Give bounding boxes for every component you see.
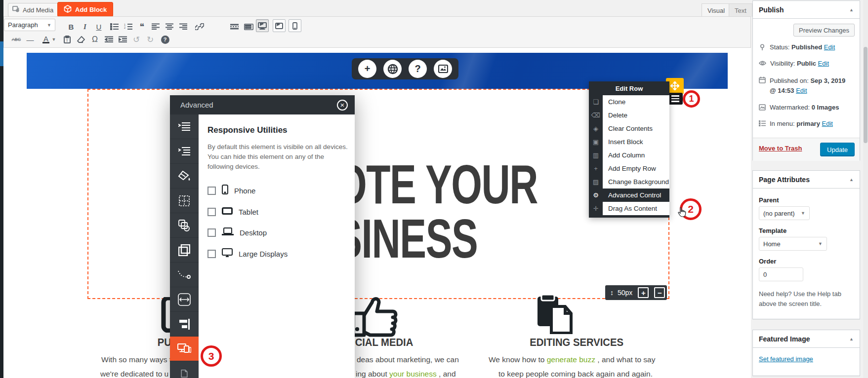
sidebar-item-paint-bucket-icon[interactable] — [170, 164, 199, 189]
clear-formatting-icon[interactable] — [75, 33, 87, 46]
row-hamburger-menu-button[interactable] — [668, 93, 683, 105]
align-left-icon[interactable] — [149, 20, 162, 33]
image-tool-button[interactable] — [434, 60, 452, 78]
collapse-icon[interactable]: ▲ — [849, 7, 854, 12]
tablet-checkbox[interactable] — [207, 208, 216, 216]
add-block-button[interactable]: Add Block — [57, 2, 113, 17]
text-color-caret[interactable]: ▼ — [50, 33, 57, 46]
globe-button[interactable] — [383, 60, 402, 78]
text-color-a: A — [42, 36, 49, 43]
parent-select[interactable]: (no parent)▼ — [759, 206, 810, 220]
admin-menu-strip[interactable] — [0, 0, 3, 378]
preview-changes-button[interactable]: Preview Changes — [793, 24, 855, 37]
template-select[interactable]: Home▼ — [759, 237, 827, 251]
numbered-list-icon[interactable]: 12 — [122, 20, 134, 33]
phone-checkbox[interactable] — [207, 187, 216, 195]
align-right-icon[interactable] — [177, 20, 190, 33]
modal-header[interactable]: Advanced × — [170, 95, 355, 114]
sidebar-item-responsive-devices-icon[interactable] — [170, 337, 199, 361]
sidebar-item-list-icon[interactable] — [170, 139, 199, 164]
collapse-icon[interactable]: ▲ — [849, 337, 854, 341]
sidebar-item-layers-icon[interactable] — [170, 238, 199, 263]
move-to-trash-link[interactable]: Move to Trash — [759, 145, 802, 152]
help-button[interactable]: ? — [159, 33, 171, 46]
sidebar-item-width-icon[interactable] — [170, 287, 199, 312]
resize-vertical-icon[interactable]: ↕ — [610, 289, 614, 297]
publish-panel-header[interactable]: Publish▲ — [753, 1, 860, 19]
visibility-edit-link[interactable]: Edit — [818, 60, 829, 67]
in-menu-edit-link[interactable]: Edit — [822, 120, 833, 127]
tab-text[interactable]: Text — [729, 3, 752, 17]
paragraph-format-select[interactable]: Paragraph▼ — [4, 19, 55, 31]
large-displays-checkbox[interactable] — [207, 250, 216, 258]
paste-as-text-icon[interactable]: T — [61, 33, 74, 46]
add-element-button[interactable]: + — [358, 60, 376, 78]
sidebar-item-page-icon[interactable] — [170, 361, 199, 378]
hand-cursor — [678, 207, 686, 219]
status-label: Status: — [770, 43, 789, 51]
sidebar-item-paragraph-icon[interactable] — [170, 114, 199, 139]
menu-item-advanced-control[interactable]: ⚙Advanced Control — [589, 189, 669, 202]
sidebar-item-animation-path-icon[interactable] — [170, 263, 199, 287]
order-input[interactable]: 0 — [759, 267, 803, 281]
blockquote-button[interactable]: ❝ — [135, 20, 148, 33]
watermarked-value: 0 Images — [812, 104, 839, 111]
generate-buzz-link[interactable]: generate buzz — [547, 355, 595, 364]
bulleted-list-icon[interactable] — [108, 20, 121, 33]
update-button[interactable]: Update — [820, 143, 855, 156]
tablet-preview-button[interactable] — [273, 19, 286, 32]
menu-item-change-background[interactable]: ▨Change Background — [589, 175, 669, 189]
desktop-checkbox[interactable] — [207, 228, 216, 237]
menu-item-insert-block[interactable]: ▣Insert Block — [589, 135, 669, 149]
outdent-icon[interactable] — [102, 33, 115, 46]
scrollbar-thumb[interactable] — [864, 47, 868, 143]
menu-item-label: Insert Block — [603, 135, 669, 149]
published-edit-link[interactable]: Edit — [796, 87, 807, 94]
special-char-button[interactable]: Ω — [88, 33, 101, 46]
publish-footer: Move to Trash Update — [753, 138, 860, 161]
collapse-icon[interactable]: ▲ — [849, 177, 854, 182]
link-icon[interactable] — [193, 20, 206, 33]
spacer-increase-button[interactable]: + — [638, 287, 649, 298]
underline-button[interactable]: U — [92, 20, 105, 33]
menu-item-delete[interactable]: ⌫Delete — [589, 109, 669, 122]
published-on-row: Published on: Sep 3, 2019@ 14:53 Edit — [759, 76, 855, 96]
sidebar-item-align-icon[interactable] — [170, 312, 199, 337]
phone-preview-button[interactable] — [289, 19, 301, 32]
add-media-button[interactable]: Add Media — [8, 3, 59, 17]
align-center-icon[interactable] — [163, 20, 176, 33]
horizontal-rule-button[interactable]: — — [24, 33, 37, 46]
menu-item-add-empty-row[interactable]: +Add Empty Row — [589, 162, 669, 175]
admin-menu-active-item[interactable] — [0, 41, 3, 66]
help-circle-button[interactable]: ? — [409, 60, 427, 78]
spacer-decrease-button[interactable]: − — [654, 287, 665, 298]
menu-item-add-column[interactable]: ▥Add Column — [589, 149, 669, 162]
bold-button[interactable]: B — [65, 20, 78, 33]
strikethrough-button[interactable]: ABC — [10, 33, 23, 46]
undo-button[interactable]: ↺ — [130, 33, 143, 46]
close-icon[interactable]: × — [337, 100, 348, 111]
read-more-icon[interactable] — [228, 20, 241, 33]
eraser-icon: ◈ — [589, 122, 603, 135]
tab-text-label: Text — [735, 7, 746, 14]
featured-image-header[interactable]: Featured Image▲ — [753, 330, 860, 348]
tab-visual[interactable]: Visual — [702, 3, 731, 17]
menu-item-clear-contents[interactable]: ◈Clear Contents — [589, 122, 669, 135]
spacer-height-control: ↕ 50px + − — [605, 285, 667, 300]
desktop-preview-button[interactable] — [256, 19, 269, 32]
keyboard-icon[interactable] — [242, 20, 255, 33]
page-attributes-header[interactable]: Page Attributes▲ — [753, 171, 860, 189]
indent-icon[interactable] — [116, 33, 129, 46]
sidebar-item-spacing-icon[interactable] — [170, 189, 199, 213]
status-edit-link[interactable]: Edit — [824, 43, 835, 51]
your-business-link[interactable]: your business — [389, 370, 437, 378]
sidebar-item-shapes-icon[interactable] — [170, 213, 199, 238]
italic-button[interactable]: I — [79, 20, 91, 33]
page-attributes-panel: Page Attributes▲ Parent (no parent)▼ Tem… — [752, 170, 860, 319]
set-featured-image-link[interactable]: Set featured image — [759, 355, 813, 363]
redo-button[interactable]: ↻ — [144, 33, 157, 46]
page-attributes-help-text: Need help? Use the Help tab above the sc… — [759, 289, 854, 309]
clone-icon: ❏ — [589, 95, 603, 109]
menu-item-clone[interactable]: ❏Clone — [589, 95, 669, 109]
menu-item-drag-as-content[interactable]: ✛Drag As Content — [589, 202, 669, 215]
